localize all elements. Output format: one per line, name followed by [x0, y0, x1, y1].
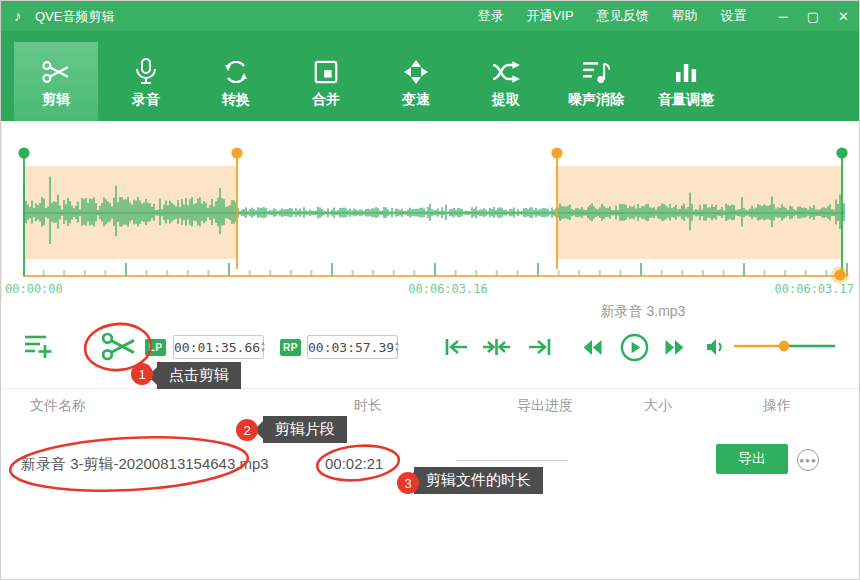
tab-convert[interactable]: 转换	[194, 42, 278, 121]
spinner-up-icon[interactable]: ▲	[394, 341, 400, 346]
rewind-icon[interactable]	[581, 339, 605, 360]
waveform-time-cursor: 00:06:03.16	[18, 282, 860, 296]
tab-noise-removal-label: 噪声消除	[568, 91, 624, 109]
tab-speed-label: 变速	[402, 91, 430, 109]
left-point-time-input[interactable]: 00:01:35.66 ▲ ▼	[173, 335, 264, 359]
tab-volume-adjust-label: 音量调整	[658, 91, 714, 109]
annotation-badge-2: 2	[236, 419, 258, 441]
cut-button-scissors-icon[interactable]	[100, 330, 138, 367]
close-icon[interactable]: ✕	[838, 10, 849, 23]
tab-clip[interactable]: 剪辑	[14, 42, 98, 121]
annotation-tooltip-1: 点击剪辑	[157, 362, 241, 389]
title-bar: ♪ QVE音频剪辑 登录 开通VIP 意见反馈 帮助 设置 ─ ▢ ✕	[1, 1, 859, 31]
table-header-export-progress: 导出进度	[517, 397, 573, 415]
add-to-list-icon[interactable]	[23, 332, 52, 363]
selection-handle-orange[interactable]	[231, 147, 242, 158]
spinner-up-icon[interactable]: ▲	[260, 341, 266, 346]
table-header-size: 大小	[644, 397, 672, 415]
menu-item-help[interactable]: 帮助	[672, 7, 698, 25]
waveform-time-end: 00:06:03.17	[775, 282, 854, 296]
tab-noise-removal[interactable]: 噪声消除	[554, 42, 638, 121]
spinner-down-icon[interactable]: ▼	[394, 348, 400, 353]
microphone-icon	[132, 56, 160, 88]
jump-to-start-icon[interactable]	[444, 337, 469, 361]
row-export-progress-placeholder	[456, 460, 568, 461]
row-duration: 00:02:21	[325, 455, 383, 472]
menu-item-login[interactable]: 登录	[478, 7, 504, 25]
annotation-badge-1: 1	[131, 363, 153, 385]
main-toolbar: 剪辑 录音 转换 合并 变速	[1, 31, 859, 121]
menu-item-settings[interactable]: 设置	[721, 7, 747, 25]
annotation-tooltip-3: 剪辑文件的时长	[414, 467, 543, 494]
volume-bars-icon	[672, 56, 700, 88]
right-point-spinner[interactable]: ▲ ▼	[394, 341, 403, 353]
tab-extract[interactable]: 提取	[464, 42, 548, 121]
spinner-down-icon[interactable]: ▼	[260, 348, 266, 353]
annotation-tooltip-2: 剪辑片段	[263, 416, 347, 443]
right-point-time-value: 00:03:57.39	[308, 340, 394, 355]
tab-record[interactable]: 录音	[104, 42, 188, 121]
right-point-time-input[interactable]: 00:03:57.39 ▲ ▼	[307, 335, 398, 359]
table-separator	[1, 388, 860, 389]
speed-icon	[402, 56, 430, 88]
tab-volume-adjust[interactable]: 音量调整	[644, 42, 728, 121]
tab-speed[interactable]: 变速	[374, 42, 458, 121]
playhead-dot[interactable]	[835, 270, 846, 281]
app-window: ♪ QVE音频剪辑 登录 开通VIP 意见反馈 帮助 设置 ─ ▢ ✕ 剪辑	[0, 0, 860, 580]
merge-icon	[313, 56, 339, 88]
menu-item-vip[interactable]: 开通VIP	[527, 7, 574, 25]
volume-slider-thumb[interactable]	[779, 341, 790, 352]
table-header-operation: 操作	[763, 397, 791, 415]
minimize-icon[interactable]: ─	[779, 10, 788, 23]
annotation-badge-3: 3	[397, 472, 419, 494]
table-header-duration: 时长	[354, 397, 382, 415]
loaded-file-label: 新录音 3.mp3	[563, 303, 723, 321]
selection-handle-orange[interactable]	[551, 147, 562, 158]
tab-merge[interactable]: 合并	[284, 42, 368, 121]
jump-to-cursor-icon[interactable]	[482, 337, 511, 361]
extract-icon	[491, 56, 521, 88]
maximize-icon[interactable]: ▢	[807, 10, 819, 23]
left-point-button[interactable]: LP	[145, 339, 166, 356]
left-point-spinner[interactable]: ▲ ▼	[260, 341, 269, 353]
jump-to-end-icon[interactable]	[527, 337, 552, 361]
app-title: QVE音频剪辑	[35, 8, 114, 26]
convert-icon	[222, 56, 250, 88]
waveform-panel: 00:00:00 00:06:03.16 00:06:03.17	[1, 121, 860, 301]
scissors-icon	[41, 56, 71, 88]
titlebar-right-group: 登录 开通VIP 意见反馈 帮助 设置 ─ ▢ ✕	[478, 1, 849, 31]
play-button[interactable]	[620, 333, 649, 366]
tab-convert-label: 转换	[222, 91, 250, 109]
selection-handle-green[interactable]	[836, 147, 847, 158]
menu-item-feedback[interactable]: 意见反馈	[597, 7, 649, 25]
waveform-canvas[interactable]	[2, 121, 860, 301]
export-button[interactable]: 导出	[716, 444, 788, 474]
noise-removal-icon	[581, 56, 611, 88]
tab-merge-label: 合并	[312, 91, 340, 109]
tab-record-label: 录音	[132, 91, 160, 109]
tab-clip-label: 剪辑	[42, 91, 70, 109]
more-options-icon[interactable]: ●●●	[797, 449, 819, 471]
speaker-icon[interactable]	[705, 337, 727, 361]
right-point-button[interactable]: RP	[280, 339, 301, 356]
left-point-time-value: 00:01:35.66	[174, 340, 260, 355]
table-header-filename: 文件名称	[30, 397, 86, 415]
row-file-name: 新录音 3-剪辑-20200813154643.mp3	[21, 455, 269, 474]
fast-forward-icon[interactable]	[662, 339, 686, 360]
selection-handle-green[interactable]	[18, 147, 29, 158]
tab-extract-label: 提取	[492, 91, 520, 109]
window-controls: ─ ▢ ✕	[779, 10, 849, 23]
app-logo-music-note-icon: ♪	[14, 7, 22, 24]
